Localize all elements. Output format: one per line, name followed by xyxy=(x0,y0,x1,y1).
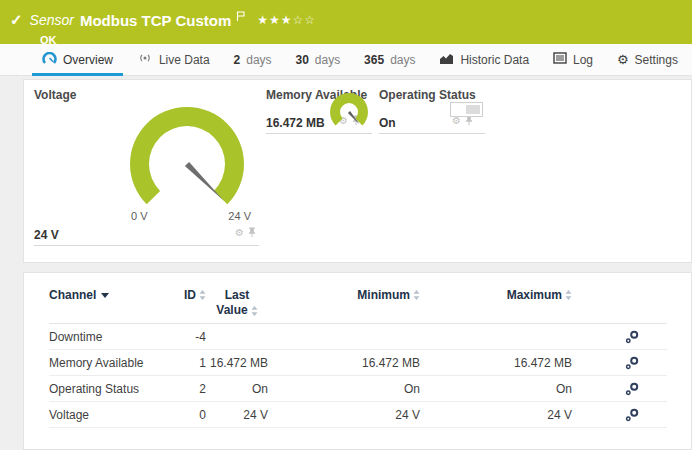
tab-log[interactable]: Log xyxy=(553,44,593,76)
tab-overview-label: Overview xyxy=(63,53,113,67)
tab-30-days-label: days xyxy=(315,53,340,67)
table-row: Memory Available 1 16.472 MB 16.472 MB 1… xyxy=(49,350,667,376)
voltage-title: Voltage xyxy=(34,88,259,102)
edit-channel-settings-icon[interactable] xyxy=(625,330,639,344)
tab-overview[interactable]: Overview xyxy=(42,44,113,76)
tab-log-label: Log xyxy=(573,53,593,67)
edit-channel-settings-icon[interactable] xyxy=(625,356,639,370)
tab-365-days-number: 365 xyxy=(364,53,384,67)
minimum-cell: 24 V xyxy=(268,408,420,422)
tab-settings-label: Settings xyxy=(635,53,678,67)
last-value-cell: 24 V xyxy=(206,408,268,422)
tab-2-days-label: days xyxy=(246,53,271,67)
sort-direction-icon xyxy=(101,293,109,298)
table-row: Voltage 0 24 V 24 V 24 V xyxy=(49,402,667,428)
voltage-cell-icons: ⚙ xyxy=(235,224,256,242)
table-row: Operating Status 2 On On On xyxy=(49,376,667,402)
flag-icon[interactable] xyxy=(236,7,245,25)
column-header-channel-label: Channel xyxy=(49,288,96,302)
maximum-cell: 16.472 MB xyxy=(420,356,572,370)
channel-name-cell[interactable]: Downtime xyxy=(49,330,171,344)
channel-id-cell: 1 xyxy=(171,356,206,370)
tab-live-data-label: Live Data xyxy=(159,53,210,67)
channel-id-cell: -4 xyxy=(171,330,206,344)
channel-name-cell[interactable]: Memory Available xyxy=(49,356,171,370)
tab-bar: Overview Live Data 2 days 30 days 365 da… xyxy=(0,44,692,76)
stars-empty: ☆☆ xyxy=(293,13,317,27)
tab-30-days[interactable]: 30 days xyxy=(295,44,340,76)
voltage-gauge-svg xyxy=(121,102,253,208)
channel-gear-icon[interactable]: ⚙ xyxy=(235,228,244,238)
column-header-minimum[interactable]: Minimum xyxy=(268,288,420,302)
log-list-icon xyxy=(553,52,567,67)
column-header-last-value[interactable]: Last Value xyxy=(206,288,268,318)
gauge-arc xyxy=(130,107,244,204)
tab-30-days-number: 30 xyxy=(295,53,308,67)
column-header-maximum[interactable]: Maximum xyxy=(420,288,572,302)
live-signal-icon xyxy=(137,52,153,67)
voltage-gauge-cell: Voltage 0 V 24 V 24 V ⚙ xyxy=(34,88,259,246)
column-header-channel[interactable]: Channel xyxy=(49,288,171,302)
last-value-cell: On xyxy=(206,382,268,396)
content-area: Voltage 0 V 24 V 24 V ⚙ xyxy=(0,76,692,450)
channel-id-cell: 0 xyxy=(171,408,206,422)
voltage-footer: 24 V ⚙ xyxy=(34,224,259,246)
sort-icon xyxy=(413,290,420,300)
column-header-id-label: ID xyxy=(184,288,196,302)
edit-channel-settings-icon[interactable] xyxy=(625,382,639,396)
gauges-panel: Voltage 0 V 24 V 24 V ⚙ xyxy=(23,79,692,263)
column-header-minimum-label: Minimum xyxy=(357,288,410,302)
prtg-sensor-page: ✓ Sensor Modbus TCP Custom ★★★☆☆ OK Over… xyxy=(0,0,692,450)
operating-status-cell: Operating Status On ⚙ xyxy=(379,88,485,134)
tab-2-days[interactable]: 2 days xyxy=(234,44,272,76)
column-header-id[interactable]: ID xyxy=(171,288,206,302)
last-value-cell: 16.472 MB xyxy=(206,356,268,370)
sort-icon xyxy=(565,290,572,300)
tab-365-days[interactable]: 365 days xyxy=(364,44,415,76)
channel-name-cell[interactable]: Voltage xyxy=(49,408,171,422)
gauge-needle xyxy=(185,162,224,201)
voltage-gauge: 0 V 24 V xyxy=(121,102,253,222)
tab-365-days-label: days xyxy=(390,53,415,67)
column-header-maximum-label: Maximum xyxy=(507,288,562,302)
priority-stars[interactable]: ★★★☆☆ xyxy=(257,13,316,27)
tab-settings[interactable]: ⚙ Settings xyxy=(617,44,678,76)
pin-icon[interactable] xyxy=(248,224,256,242)
table-header-row: Channel ID Last Value Minimum xyxy=(49,273,667,324)
voltage-value: 24 V xyxy=(34,228,59,242)
historic-chart-icon xyxy=(439,52,454,68)
voltage-scale-max: 24 V xyxy=(228,210,251,222)
settings-gear-icon: ⚙ xyxy=(617,53,629,66)
sensor-type-label: Sensor xyxy=(30,12,74,28)
tab-historic-data[interactable]: Historic Data xyxy=(439,44,529,76)
tab-historic-data-label: Historic Data xyxy=(460,53,529,67)
edit-channel-settings-icon[interactable] xyxy=(625,408,639,422)
memory-gauge-cell: Memory Available 16.472 MB ⚙ xyxy=(266,88,372,134)
channels-table-panel: Channel ID Last Value Minimum xyxy=(23,272,692,450)
tab-live-data[interactable]: Live Data xyxy=(137,44,210,76)
sensor-title: Modbus TCP Custom xyxy=(80,12,231,29)
minimum-cell: On xyxy=(268,382,420,396)
maximum-cell: On xyxy=(420,382,572,396)
gauge-arc xyxy=(330,93,368,125)
channel-gear-icon[interactable]: ⚙ xyxy=(452,116,461,126)
sort-icon xyxy=(199,290,206,300)
maximum-cell: 24 V xyxy=(420,408,572,422)
operating-status-value: On xyxy=(379,116,396,130)
ok-check-icon: ✓ xyxy=(10,11,23,29)
tab-2-days-number: 2 xyxy=(234,53,241,67)
sensor-title-line: ✓ Sensor Modbus TCP Custom ★★★☆☆ xyxy=(10,7,682,33)
minimum-cell: 16.472 MB xyxy=(268,356,420,370)
overview-gauge-icon xyxy=(42,52,57,68)
voltage-scale-min: 0 V xyxy=(131,210,148,222)
stars-filled: ★★★ xyxy=(257,13,292,27)
sort-icon xyxy=(251,306,258,316)
toggle-knob xyxy=(466,105,480,114)
channel-name-cell[interactable]: Operating Status xyxy=(49,382,171,396)
column-header-value-label: Value xyxy=(216,303,247,318)
channel-id-cell: 2 xyxy=(171,382,206,396)
operating-status-toggle xyxy=(450,102,483,117)
operating-status-title: Operating Status xyxy=(379,88,485,102)
column-header-last-label: Last xyxy=(225,288,250,303)
memory-gauge xyxy=(326,92,372,136)
